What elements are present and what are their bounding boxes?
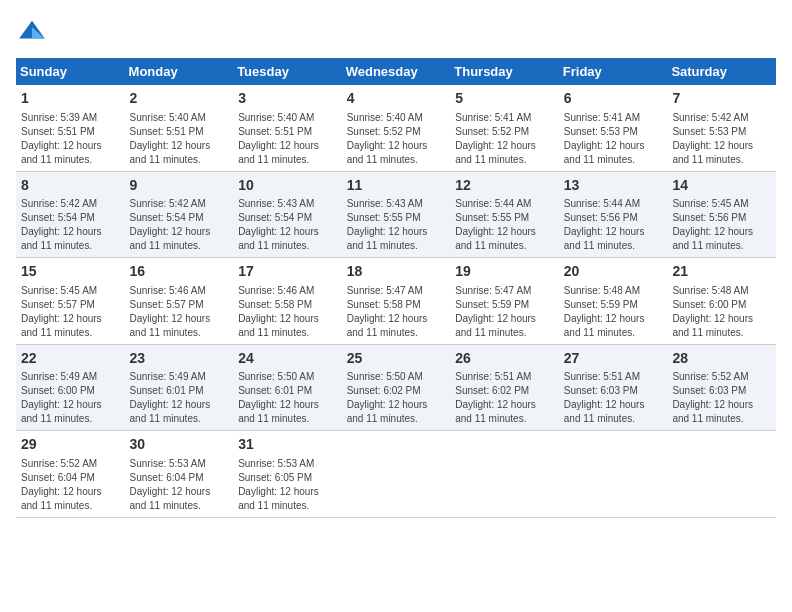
week-row-2: 8 Sunrise: 5:42 AMSunset: 5:54 PMDayligh… — [16, 171, 776, 258]
day-number: 15 — [21, 262, 120, 282]
column-header-thursday: Thursday — [450, 58, 559, 85]
day-cell: 26 Sunrise: 5:51 AMSunset: 6:02 PMDaylig… — [450, 344, 559, 431]
day-info: Sunrise: 5:51 AMSunset: 6:02 PMDaylight:… — [455, 370, 554, 426]
day-number: 26 — [455, 349, 554, 369]
day-cell: 4 Sunrise: 5:40 AMSunset: 5:52 PMDayligh… — [342, 85, 451, 171]
day-number: 17 — [238, 262, 337, 282]
day-number: 31 — [238, 435, 337, 455]
day-number: 1 — [21, 89, 120, 109]
day-number: 5 — [455, 89, 554, 109]
day-cell — [667, 431, 776, 518]
day-info: Sunrise: 5:48 AMSunset: 6:00 PMDaylight:… — [672, 284, 771, 340]
column-header-saturday: Saturday — [667, 58, 776, 85]
day-number: 28 — [672, 349, 771, 369]
day-cell: 11 Sunrise: 5:43 AMSunset: 5:55 PMDaylig… — [342, 171, 451, 258]
day-info: Sunrise: 5:51 AMSunset: 6:03 PMDaylight:… — [564, 370, 663, 426]
day-cell: 19 Sunrise: 5:47 AMSunset: 5:59 PMDaylig… — [450, 258, 559, 345]
logo — [16, 16, 52, 48]
week-row-4: 22 Sunrise: 5:49 AMSunset: 6:00 PMDaylig… — [16, 344, 776, 431]
day-info: Sunrise: 5:40 AMSunset: 5:51 PMDaylight:… — [238, 111, 337, 167]
day-info: Sunrise: 5:44 AMSunset: 5:55 PMDaylight:… — [455, 197, 554, 253]
day-cell: 15 Sunrise: 5:45 AMSunset: 5:57 PMDaylig… — [16, 258, 125, 345]
column-header-friday: Friday — [559, 58, 668, 85]
svg-marker-1 — [32, 27, 45, 38]
day-info: Sunrise: 5:48 AMSunset: 5:59 PMDaylight:… — [564, 284, 663, 340]
day-cell: 9 Sunrise: 5:42 AMSunset: 5:54 PMDayligh… — [125, 171, 234, 258]
day-number: 2 — [130, 89, 229, 109]
day-cell: 22 Sunrise: 5:49 AMSunset: 6:00 PMDaylig… — [16, 344, 125, 431]
day-number: 4 — [347, 89, 446, 109]
day-info: Sunrise: 5:49 AMSunset: 6:00 PMDaylight:… — [21, 370, 120, 426]
day-number: 27 — [564, 349, 663, 369]
column-header-sunday: Sunday — [16, 58, 125, 85]
day-info: Sunrise: 5:46 AMSunset: 5:57 PMDaylight:… — [130, 284, 229, 340]
day-cell — [342, 431, 451, 518]
day-cell: 31 Sunrise: 5:53 AMSunset: 6:05 PMDaylig… — [233, 431, 342, 518]
day-info: Sunrise: 5:39 AMSunset: 5:51 PMDaylight:… — [21, 111, 120, 167]
day-cell: 29 Sunrise: 5:52 AMSunset: 6:04 PMDaylig… — [16, 431, 125, 518]
day-cell — [450, 431, 559, 518]
day-number: 18 — [347, 262, 446, 282]
day-cell: 27 Sunrise: 5:51 AMSunset: 6:03 PMDaylig… — [559, 344, 668, 431]
day-info: Sunrise: 5:46 AMSunset: 5:58 PMDaylight:… — [238, 284, 337, 340]
day-info: Sunrise: 5:52 AMSunset: 6:04 PMDaylight:… — [21, 457, 120, 513]
day-number: 9 — [130, 176, 229, 196]
day-number: 21 — [672, 262, 771, 282]
day-info: Sunrise: 5:40 AMSunset: 5:51 PMDaylight:… — [130, 111, 229, 167]
day-info: Sunrise: 5:43 AMSunset: 5:55 PMDaylight:… — [347, 197, 446, 253]
day-number: 23 — [130, 349, 229, 369]
day-number: 6 — [564, 89, 663, 109]
day-number: 24 — [238, 349, 337, 369]
day-number: 11 — [347, 176, 446, 196]
column-header-tuesday: Tuesday — [233, 58, 342, 85]
day-info: Sunrise: 5:45 AMSunset: 5:56 PMDaylight:… — [672, 197, 771, 253]
day-number: 12 — [455, 176, 554, 196]
column-headers: SundayMondayTuesdayWednesdayThursdayFrid… — [16, 58, 776, 85]
day-cell: 23 Sunrise: 5:49 AMSunset: 6:01 PMDaylig… — [125, 344, 234, 431]
day-info: Sunrise: 5:43 AMSunset: 5:54 PMDaylight:… — [238, 197, 337, 253]
day-cell: 1 Sunrise: 5:39 AMSunset: 5:51 PMDayligh… — [16, 85, 125, 171]
day-number: 29 — [21, 435, 120, 455]
day-number: 8 — [21, 176, 120, 196]
week-row-3: 15 Sunrise: 5:45 AMSunset: 5:57 PMDaylig… — [16, 258, 776, 345]
day-info: Sunrise: 5:40 AMSunset: 5:52 PMDaylight:… — [347, 111, 446, 167]
day-number: 3 — [238, 89, 337, 109]
calendar-table: SundayMondayTuesdayWednesdayThursdayFrid… — [16, 58, 776, 518]
day-info: Sunrise: 5:42 AMSunset: 5:53 PMDaylight:… — [672, 111, 771, 167]
day-cell: 12 Sunrise: 5:44 AMSunset: 5:55 PMDaylig… — [450, 171, 559, 258]
week-row-5: 29 Sunrise: 5:52 AMSunset: 6:04 PMDaylig… — [16, 431, 776, 518]
day-info: Sunrise: 5:45 AMSunset: 5:57 PMDaylight:… — [21, 284, 120, 340]
day-cell: 24 Sunrise: 5:50 AMSunset: 6:01 PMDaylig… — [233, 344, 342, 431]
day-cell: 25 Sunrise: 5:50 AMSunset: 6:02 PMDaylig… — [342, 344, 451, 431]
day-cell: 6 Sunrise: 5:41 AMSunset: 5:53 PMDayligh… — [559, 85, 668, 171]
day-cell: 13 Sunrise: 5:44 AMSunset: 5:56 PMDaylig… — [559, 171, 668, 258]
day-cell: 2 Sunrise: 5:40 AMSunset: 5:51 PMDayligh… — [125, 85, 234, 171]
day-info: Sunrise: 5:53 AMSunset: 6:05 PMDaylight:… — [238, 457, 337, 513]
day-cell — [559, 431, 668, 518]
day-cell: 28 Sunrise: 5:52 AMSunset: 6:03 PMDaylig… — [667, 344, 776, 431]
day-info: Sunrise: 5:47 AMSunset: 5:58 PMDaylight:… — [347, 284, 446, 340]
column-header-wednesday: Wednesday — [342, 58, 451, 85]
day-info: Sunrise: 5:42 AMSunset: 5:54 PMDaylight:… — [21, 197, 120, 253]
day-cell: 21 Sunrise: 5:48 AMSunset: 6:00 PMDaylig… — [667, 258, 776, 345]
day-cell: 17 Sunrise: 5:46 AMSunset: 5:58 PMDaylig… — [233, 258, 342, 345]
day-cell: 18 Sunrise: 5:47 AMSunset: 5:58 PMDaylig… — [342, 258, 451, 345]
day-info: Sunrise: 5:47 AMSunset: 5:59 PMDaylight:… — [455, 284, 554, 340]
day-cell: 20 Sunrise: 5:48 AMSunset: 5:59 PMDaylig… — [559, 258, 668, 345]
day-info: Sunrise: 5:41 AMSunset: 5:53 PMDaylight:… — [564, 111, 663, 167]
day-cell: 14 Sunrise: 5:45 AMSunset: 5:56 PMDaylig… — [667, 171, 776, 258]
day-number: 20 — [564, 262, 663, 282]
day-info: Sunrise: 5:42 AMSunset: 5:54 PMDaylight:… — [130, 197, 229, 253]
day-number: 13 — [564, 176, 663, 196]
day-number: 30 — [130, 435, 229, 455]
logo-icon — [16, 16, 48, 48]
day-info: Sunrise: 5:52 AMSunset: 6:03 PMDaylight:… — [672, 370, 771, 426]
column-header-monday: Monday — [125, 58, 234, 85]
day-number: 19 — [455, 262, 554, 282]
day-info: Sunrise: 5:44 AMSunset: 5:56 PMDaylight:… — [564, 197, 663, 253]
day-cell: 10 Sunrise: 5:43 AMSunset: 5:54 PMDaylig… — [233, 171, 342, 258]
week-row-1: 1 Sunrise: 5:39 AMSunset: 5:51 PMDayligh… — [16, 85, 776, 171]
page-header — [16, 16, 776, 48]
day-cell: 3 Sunrise: 5:40 AMSunset: 5:51 PMDayligh… — [233, 85, 342, 171]
day-number: 14 — [672, 176, 771, 196]
